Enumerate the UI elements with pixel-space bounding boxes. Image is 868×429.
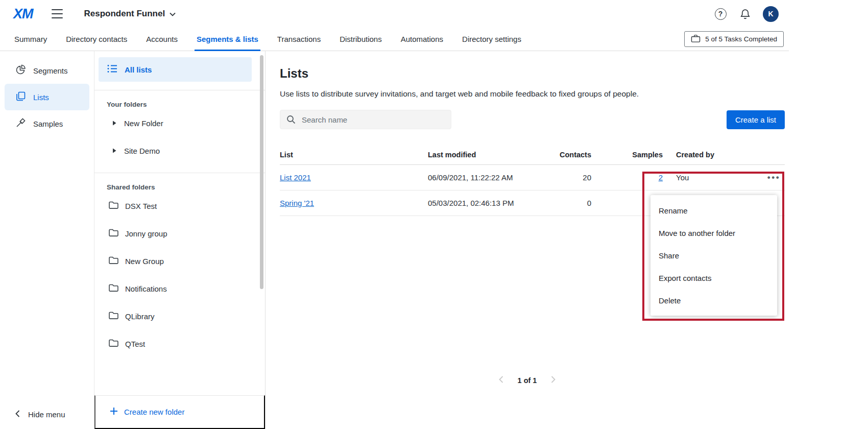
folder-icon bbox=[109, 201, 118, 211]
folders-panel: All lists Your folders New Folder bbox=[94, 51, 266, 429]
menu-item-rename[interactable]: Rename bbox=[650, 199, 777, 222]
list-bullets-icon bbox=[107, 64, 117, 75]
search-box bbox=[280, 110, 451, 129]
shared-folders-section: Shared folders DSX Test Jonny group New … bbox=[94, 173, 265, 361]
help-icon[interactable]: ? bbox=[713, 6, 728, 21]
app-window: XM Respondent Funnel ? K Summary Directo… bbox=[0, 0, 789, 429]
folders-scroll-area: All lists Your folders New Folder bbox=[94, 51, 265, 395]
table-row: List 2021 06/09/2021, 11:22:22 AM 20 2 Y… bbox=[280, 165, 785, 190]
pagination: 1 of 1 bbox=[266, 376, 789, 385]
user-avatar[interactable]: K bbox=[763, 6, 779, 22]
folder-new-folder[interactable]: New Folder bbox=[107, 109, 265, 137]
folder-site-demo[interactable]: Site Demo bbox=[107, 137, 265, 164]
folder-label: Jonny group bbox=[125, 229, 167, 238]
sidebar-item-lists[interactable]: Lists bbox=[5, 84, 89, 110]
hide-menu-button[interactable]: Hide menu bbox=[15, 410, 65, 419]
all-lists-label: All lists bbox=[125, 65, 152, 74]
folder-icon bbox=[109, 283, 118, 294]
pagination-next-icon[interactable] bbox=[551, 376, 556, 385]
folder-label: DSX Test bbox=[125, 202, 157, 210]
page-description: Use lists to distribute survey invitatio… bbox=[280, 89, 785, 99]
create-a-list-button[interactable]: Create a list bbox=[727, 110, 785, 129]
column-header-list: List bbox=[280, 151, 428, 159]
folder-icon bbox=[109, 339, 118, 349]
plus-icon bbox=[110, 407, 118, 417]
row-actions-ellipsis-icon[interactable]: ••• bbox=[763, 173, 785, 183]
folder-label: New Folder bbox=[124, 119, 163, 128]
question-mark-icon: ? bbox=[715, 8, 727, 20]
folder-qlibrary[interactable]: QLibrary bbox=[107, 302, 265, 330]
column-header-last-modified: Last modified bbox=[428, 151, 557, 159]
folder-dsx-test[interactable]: DSX Test bbox=[107, 192, 265, 220]
create-new-folder-label: Create new folder bbox=[124, 408, 184, 416]
directory-tab-bar: Summary Directory contacts Accounts Segm… bbox=[0, 28, 789, 51]
tasks-completed-button[interactable]: 5 of 5 Tasks Completed bbox=[684, 31, 784, 47]
folder-label: QTest bbox=[125, 340, 145, 348]
search-input[interactable] bbox=[280, 110, 451, 129]
search-icon bbox=[286, 115, 296, 126]
product-name: Respondent Funnel bbox=[84, 9, 165, 19]
folder-label: New Group bbox=[125, 257, 164, 266]
caret-right-icon bbox=[112, 147, 117, 155]
left-navigation: Segments Lists bbox=[0, 51, 94, 429]
cell-contacts: 0 bbox=[557, 199, 591, 207]
sidebar-item-segments[interactable]: Segments bbox=[5, 57, 89, 84]
sidebar-item-samples[interactable]: Samples bbox=[5, 110, 89, 137]
tab-segments-and-lists[interactable]: Segments & lists bbox=[196, 28, 259, 51]
menu-item-move-to-another-folder[interactable]: Move to another folder bbox=[650, 222, 777, 244]
folder-icon bbox=[109, 256, 118, 266]
product-switcher[interactable]: Respondent Funnel bbox=[84, 9, 176, 19]
folder-label: Notifications bbox=[125, 284, 167, 293]
sidebar-label: Segments bbox=[33, 66, 68, 75]
tab-transactions[interactable]: Transactions bbox=[276, 28, 322, 51]
your-folders-section: Your folders New Folder Site Demo bbox=[94, 90, 265, 168]
pagination-previous-icon[interactable] bbox=[499, 376, 503, 385]
folder-label: Site Demo bbox=[124, 147, 160, 155]
row-actions-context-menu: Rename Move to another folder Share Expo… bbox=[650, 195, 777, 316]
all-lists-item[interactable]: All lists bbox=[99, 57, 252, 82]
folder-qtest[interactable]: QTest bbox=[107, 330, 265, 358]
create-new-folder-button[interactable]: Create new folder bbox=[94, 395, 265, 429]
folders-panel-scrollbar[interactable] bbox=[260, 55, 263, 289]
samples-dropper-icon bbox=[15, 117, 26, 130]
your-folders-title: Your folders bbox=[107, 101, 265, 108]
lists-stack-icon bbox=[15, 91, 26, 103]
chevron-left-icon bbox=[15, 410, 20, 419]
folder-jonny-group[interactable]: Jonny group bbox=[107, 220, 265, 247]
column-header-samples: Samples bbox=[591, 151, 663, 159]
column-header-created-by: Created by bbox=[663, 151, 763, 159]
tab-distributions[interactable]: Distributions bbox=[339, 28, 383, 51]
cell-last-modified: 06/09/2021, 11:22:22 AM bbox=[428, 173, 557, 182]
sidebar-label: Samples bbox=[33, 120, 63, 128]
briefcase-icon bbox=[691, 34, 701, 44]
folder-notifications[interactable]: Notifications bbox=[107, 275, 265, 302]
list-link-list-2021[interactable]: List 2021 bbox=[280, 173, 311, 182]
folder-new-group[interactable]: New Group bbox=[107, 247, 265, 275]
tab-automations[interactable]: Automations bbox=[400, 28, 444, 51]
menu-item-delete[interactable]: Delete bbox=[650, 289, 777, 312]
shared-folders-title: Shared folders bbox=[107, 183, 265, 191]
chevron-down-icon bbox=[170, 9, 176, 18]
tasks-completed-label: 5 of 5 Tasks Completed bbox=[705, 35, 777, 43]
tab-summary[interactable]: Summary bbox=[13, 28, 48, 51]
cell-contacts: 20 bbox=[557, 173, 591, 182]
tab-directory-contacts[interactable]: Directory contacts bbox=[65, 28, 128, 51]
menu-item-export-contacts[interactable]: Export contacts bbox=[650, 267, 777, 289]
tab-directory-settings[interactable]: Directory settings bbox=[461, 28, 522, 51]
notifications-bell-icon[interactable] bbox=[737, 6, 753, 21]
all-lists-wrap: All lists bbox=[94, 51, 265, 90]
caret-right-icon bbox=[112, 119, 117, 128]
tab-accounts[interactable]: Accounts bbox=[145, 28, 179, 51]
folder-label: QLibrary bbox=[125, 312, 155, 321]
column-header-contacts: Contacts bbox=[557, 151, 591, 159]
hamburger-menu-icon[interactable] bbox=[52, 9, 64, 18]
samples-count-link[interactable]: 2 bbox=[659, 173, 663, 182]
xm-logo[interactable]: XM bbox=[13, 6, 33, 22]
menu-item-share[interactable]: Share bbox=[650, 244, 777, 267]
table-header-row: List Last modified Contacts Samples Crea… bbox=[280, 145, 785, 165]
pagination-label: 1 of 1 bbox=[518, 376, 537, 385]
list-link-spring-21[interactable]: Spring '21 bbox=[280, 199, 314, 207]
lists-toolbar: Create a list bbox=[280, 110, 785, 129]
segments-pie-icon bbox=[15, 64, 26, 77]
page-title: Lists bbox=[280, 66, 785, 81]
